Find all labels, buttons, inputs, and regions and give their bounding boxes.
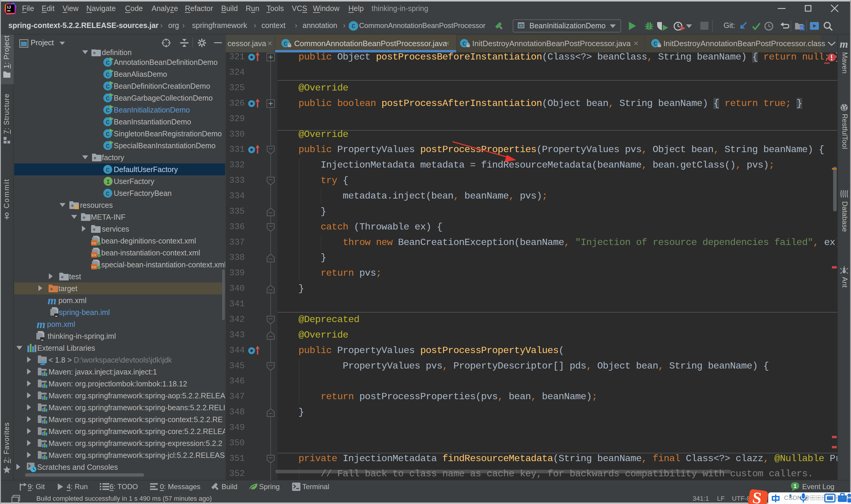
svg-text:C: C [106, 59, 110, 66]
svg-text:C: C [106, 143, 110, 150]
svg-text:C: C [106, 131, 110, 138]
svg-text:C: C [106, 71, 110, 78]
svg-text:C: C [106, 95, 110, 102]
svg-text:C: C [284, 41, 287, 47]
svg-text:C: C [352, 23, 355, 30]
svg-text:C: C [106, 107, 110, 114]
svg-text:C: C [463, 41, 466, 47]
svg-text:C: C [654, 41, 657, 47]
svg-text:C: C [106, 83, 110, 90]
svg-text:<>: <> [91, 265, 96, 269]
svg-text:<>: <> [91, 253, 96, 257]
svg-text:1: 1 [794, 483, 797, 489]
svg-text:I: I [106, 179, 110, 185]
svg-text:C: C [106, 191, 110, 197]
svg-text:IJ: IJ [7, 4, 11, 10]
svg-text:C: C [106, 167, 110, 174]
svg-text:C: C [106, 119, 110, 126]
svg-text:<>: <> [91, 241, 96, 246]
